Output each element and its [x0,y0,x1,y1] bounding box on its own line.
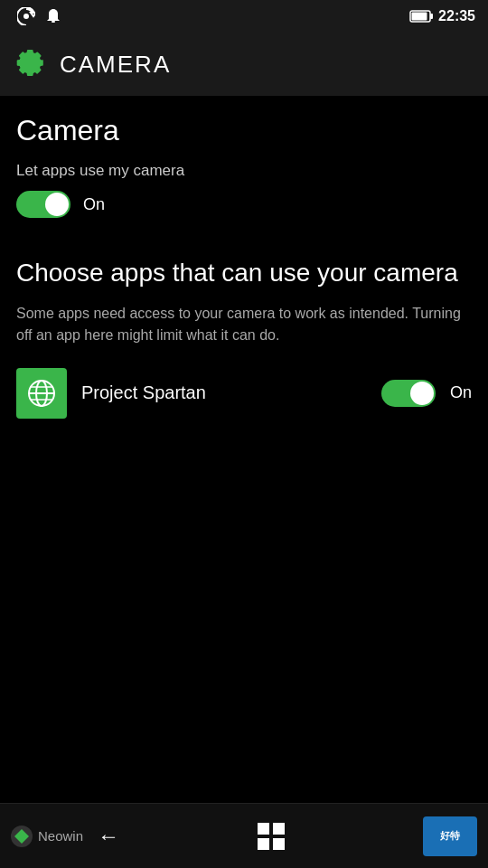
svg-rect-3 [430,14,433,19]
page-title: CAMERA [60,51,171,79]
status-time: 22:35 [438,8,475,24]
apps-section-description: Some apps need access to your camera to … [16,303,472,346]
toggle-setting-label: Let apps use my camera [16,162,472,180]
brand-name: Neowin [38,828,83,844]
main-content: Camera Let apps use my camera On Choose … [0,96,488,437]
svg-rect-4 [412,13,427,21]
status-bar: 22:35 [0,0,488,33]
app-header: CAMERA [0,33,488,96]
app-row: Project Spartan On [16,368,472,419]
app-name: Project Spartan [81,382,367,403]
svg-rect-11 [258,823,269,835]
svg-rect-1 [52,21,55,23]
back-button[interactable]: ← [98,824,119,849]
camera-toggle-state-label: On [83,195,105,214]
haote-label: 好特 [440,829,460,843]
spartan-toggle-state-label: On [450,383,472,402]
svg-point-0 [23,14,29,19]
project-spartan-icon [16,368,67,419]
svg-rect-14 [273,838,285,850]
camera-toggle-row: On [16,191,472,218]
windows-home-button[interactable] [256,821,286,852]
bottom-nav-left: Neowin ← [11,824,119,849]
haote-logo: 好特 [423,816,477,856]
spartan-toggle[interactable] [381,380,436,407]
neowin-logo [11,826,33,847]
sync-icon [16,6,36,26]
svg-marker-10 [14,829,29,844]
status-icons [16,6,63,26]
choose-apps-title: Choose apps that can use your camera [16,258,472,288]
svg-rect-13 [258,838,269,850]
gear-icon [14,46,47,82]
bottom-nav-bar: Neowin ← 好特 [0,803,488,868]
spartan-toggle-knob [410,382,434,405]
battery-indicator: 22:35 [409,8,475,24]
camera-section-title: Camera [16,114,472,147]
svg-rect-12 [273,823,285,835]
toggle-knob [45,193,69,216]
camera-toggle[interactable] [16,191,70,218]
notification-icon [43,6,63,26]
